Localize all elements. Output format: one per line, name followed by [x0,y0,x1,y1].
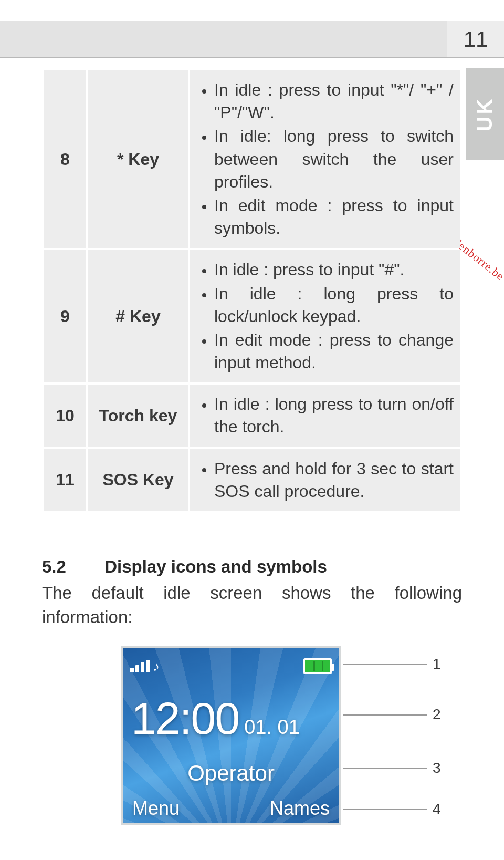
softkey-row: Menu Names [123,797,339,820]
softkey-right: Names [270,797,330,820]
row-description: In idle : press to input "#". In idle : … [190,250,460,382]
callout-line [343,664,427,665]
section-heading: 5.2 Display icons and symbols [42,557,462,577]
callout-number: 2 [433,706,441,723]
battery-icon [303,658,332,674]
operator-label: Operator [123,761,339,786]
language-tab-label: UK [474,97,497,132]
row-number: 10 [44,385,86,447]
callout-line [343,809,427,810]
idle-screen-figure: ♪ 12:00 01. 01 Operator Menu Names 1 2 3… [42,646,462,841]
callout-number: 1 [433,656,441,672]
header-grey-strip [0,21,447,58]
list-item: In idle: long press to switch between sw… [214,125,454,193]
row-number: 8 [44,70,86,248]
list-item: In idle : press to input "#". [214,258,454,281]
list-item: In idle : press to input "*"/ "+" / "P"/… [214,79,454,124]
list-item: Press and hold for 3 sec to start SOS ca… [214,458,454,503]
list-item: In idle : long press to turn on/off the … [214,393,454,438]
clock-date: 01. 01 [244,716,300,739]
callout-number: 4 [433,801,441,817]
row-keyname: # Key [88,250,188,382]
row-description: In idle : long press to turn on/off the … [190,385,460,447]
table-row: 11 SOS Key Press and hold for 3 sec to s… [44,449,460,511]
language-tab-uk: UK [466,68,504,160]
section-number: 5.2 [42,557,100,577]
table-row: 10 Torch key In idle : long press to tur… [44,385,460,447]
header-bar: 11 [0,21,504,58]
list-item: In edit mode : press to input symbols. [214,194,454,240]
table-row: 8 * Key In idle : press to input "*"/ "+… [44,70,460,248]
row-number: 9 [44,250,86,382]
status-bar: ♪ [123,651,339,681]
row-description: In idle : press to input "*"/ "+" / "P"/… [190,70,460,248]
key-functions-table: 8 * Key In idle : press to input "*"/ "+… [42,68,462,513]
phone-screen: ♪ 12:00 01. 01 Operator Menu Names [121,646,341,825]
header-divider [0,57,504,58]
list-item: In idle : long press to lock/unlock keyp… [214,283,454,328]
row-description: Press and hold for 3 sec to start SOS ca… [190,449,460,511]
page-number: 11 [447,21,504,58]
music-note-icon: ♪ [153,658,160,675]
callout-line [343,714,427,716]
signal-icon [130,660,150,672]
section-5-2: 5.2 Display icons and symbols The defaul… [42,557,462,629]
row-keyname: Torch key [88,385,188,447]
clock-row: 12:00 01. 01 [131,692,300,744]
softkey-left: Menu [132,797,180,820]
clock-time: 12:00 [131,692,239,744]
callout-line [343,768,427,769]
callout-number: 3 [433,760,441,776]
table-row: 9 # Key In idle : press to input "#". In… [44,250,460,382]
row-keyname: * Key [88,70,188,248]
row-keyname: SOS Key [88,449,188,511]
row-number: 11 [44,449,86,511]
section-paragraph: The default idle screen shows the follow… [42,581,462,629]
list-item: In edit mode : press to change input met… [214,329,454,374]
section-title: Display icons and symbols [104,557,327,576]
